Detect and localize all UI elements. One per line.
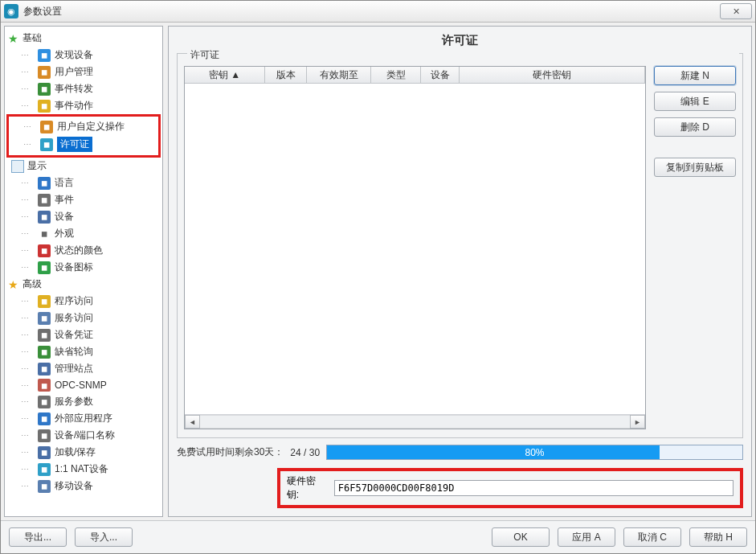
titlebar: ◉ 参数设置 ✕ — [1, 1, 755, 23]
scroll-left-icon[interactable]: ◄ — [185, 415, 200, 429]
sidebar-item-names[interactable]: ⋯◼设备/端口名称 — [6, 427, 161, 444]
sidebar-item-label: 程序访问 — [55, 294, 93, 308]
export-button[interactable]: 导出... — [9, 527, 67, 547]
scroll-right-icon[interactable]: ► — [630, 415, 645, 429]
tree-group-display[interactable]: 显示 — [6, 158, 161, 174]
sidebar-item-label: 服务参数 — [55, 395, 93, 408]
tree-group-advanced[interactable]: 高级 — [6, 276, 161, 293]
sidebar-item-poll[interactable]: ⋯◼缺省轮询 — [6, 343, 161, 360]
copy-button[interactable]: 复制到剪贴板 — [654, 158, 736, 177]
sidebar-item-credentials[interactable]: ⋯◼设备凭证 — [6, 326, 161, 343]
table-hscroll[interactable]: ◄ ► — [185, 414, 645, 429]
trial-value: 24 / 30 — [290, 447, 320, 458]
sites-icon: ◼ — [38, 363, 51, 375]
tree-connector-icon: ⋯ — [23, 140, 36, 149]
sidebar-item-colors[interactable]: ⋯◼状态的颜色 — [6, 242, 161, 259]
new-button[interactable]: 新建 N — [654, 66, 736, 85]
apply-button[interactable]: 应用 A — [558, 527, 615, 547]
license-table[interactable]: 密钥 ▲ 版本 有效期至 类型 设备 硬件密钥 ◄ ► — [184, 66, 646, 429]
table-header: 密钥 ▲ 版本 有效期至 类型 设备 硬件密钥 — [185, 67, 645, 84]
sidebar-item-mobile[interactable]: ⋯◼移动设备 — [6, 478, 161, 494]
sidebar-item-label: 外部应用程序 — [55, 412, 112, 425]
sidebar-item-appearance[interactable]: ⋯◼外观 — [6, 225, 161, 242]
col-version[interactable]: 版本 — [265, 67, 307, 83]
device-icons-icon: ◼ — [38, 261, 51, 274]
cancel-button[interactable]: 取消 C — [623, 527, 681, 547]
globe-icon: ◼ — [38, 177, 51, 190]
sidebar-item-label: 许可证 — [57, 137, 92, 152]
sidebar[interactable]: 基础 ⋯◼发现设备⋯◼用户管理⋯◼事件转发⋯◼事件动作⋯◼用户自定义操作⋯◼许可… — [4, 26, 163, 517]
sidebar-item-program-access[interactable]: ⋯◼程序访问 — [6, 293, 161, 310]
tree-connector-icon: ⋯ — [21, 465, 34, 474]
settings-window: ◉ 参数设置 ✕ 基础 ⋯◼发现设备⋯◼用户管理⋯◼事件转发⋯◼事件动作⋯◼用户… — [0, 0, 756, 554]
col-expiry[interactable]: 有效期至 — [307, 67, 371, 83]
side-buttons: 新建 N 编辑 E 删除 D 复制到剪贴板 — [654, 66, 736, 429]
sidebar-item-opc-snmp[interactable]: ⋯◼OPC-SNMP — [6, 377, 161, 393]
sidebar-item-forward[interactable]: ⋯◼事件转发 — [6, 80, 161, 97]
help-button[interactable]: 帮助 H — [689, 527, 747, 547]
sidebar-item-label: 服务访问 — [55, 311, 93, 325]
sidebar-item-bell[interactable]: ⋯◼事件动作 — [6, 97, 161, 114]
sidebar-item-magnifier[interactable]: ⋯◼发现设备 — [6, 47, 161, 64]
sidebar-item-sites[interactable]: ⋯◼管理站点 — [6, 360, 161, 377]
sidebar-item-devices-icon[interactable]: ⋯◼设备图标 — [6, 259, 161, 276]
hwkey-highlight: 硬件密钥: — [277, 468, 743, 508]
sidebar-item-label: 事件 — [55, 193, 74, 207]
appearance-icon: ◼ — [38, 228, 51, 240]
progress-text: 80% — [327, 445, 742, 459]
sidebar-item-label: 事件转发 — [55, 82, 93, 96]
close-icon: ✕ — [733, 6, 740, 17]
window-title: 参数设置 — [23, 5, 720, 18]
tree-connector-icon: ⋯ — [21, 297, 34, 306]
groupbox-title: 许可证 — [187, 48, 739, 62]
sidebar-item-event[interactable]: ⋯◼事件 — [6, 191, 161, 208]
delete-button[interactable]: 删除 D — [654, 117, 736, 137]
forward-icon: ◼ — [38, 83, 51, 96]
col-hwkey[interactable]: 硬件密钥 — [460, 67, 645, 83]
hwkey-label: 硬件密钥: — [287, 474, 326, 502]
load-save-icon: ◼ — [38, 446, 51, 459]
tree-connector-icon: ⋯ — [21, 482, 34, 490]
hwkey-input[interactable] — [334, 480, 734, 496]
body-area: 基础 ⋯◼发现设备⋯◼用户管理⋯◼事件转发⋯◼事件动作⋯◼用户自定义操作⋯◼许可… — [1, 23, 755, 520]
nav-tree: 基础 ⋯◼发现设备⋯◼用户管理⋯◼事件转发⋯◼事件动作⋯◼用户自定义操作⋯◼许可… — [5, 27, 162, 498]
ok-button[interactable]: OK — [492, 527, 550, 547]
mobile-icon: ◼ — [38, 480, 51, 493]
sidebar-item-ext-app[interactable]: ⋯◼外部应用程序 — [6, 410, 161, 427]
user-icon: ◼ — [38, 66, 51, 79]
sidebar-item-user-action[interactable]: ⋯◼用户自定义操作 — [9, 118, 158, 135]
names-icon: ◼ — [38, 429, 51, 442]
sidebar-item-user[interactable]: ⋯◼用户管理 — [6, 64, 161, 80]
tree-connector-icon: ⋯ — [21, 68, 34, 76]
license-icon: ◼ — [40, 138, 53, 151]
sidebar-item-load-save[interactable]: ⋯◼加载/保存 — [6, 444, 161, 461]
close-button[interactable]: ✕ — [720, 3, 752, 19]
col-key[interactable]: 密钥 ▲ — [185, 67, 265, 83]
sidebar-item-license[interactable]: ⋯◼许可证 — [9, 135, 158, 154]
sidebar-item-device[interactable]: ⋯◼设备 — [6, 208, 161, 225]
sidebar-highlight: ⋯◼用户自定义操作⋯◼许可证 — [6, 114, 161, 158]
credentials-icon: ◼ — [38, 329, 51, 342]
sidebar-item-nat[interactable]: ⋯◼1:1 NAT设备 — [6, 461, 161, 478]
tree-group-basic[interactable]: 基础 — [6, 30, 161, 47]
form-icon — [11, 160, 24, 173]
tree-connector-icon: ⋯ — [21, 381, 34, 390]
tree-group-advanced-label: 高级 — [22, 277, 42, 291]
table-body — [185, 84, 645, 414]
sidebar-item-label: 1:1 NAT设备 — [55, 462, 108, 476]
col-device[interactable]: 设备 — [421, 67, 460, 83]
ext-app-icon: ◼ — [38, 412, 51, 425]
tree-connector-icon: ⋯ — [21, 448, 34, 457]
colors-icon: ◼ — [38, 244, 51, 257]
sidebar-item-label: 用户自定义操作 — [57, 120, 125, 133]
import-button[interactable]: 导入... — [75, 527, 133, 547]
tree-group-basic-label: 基础 — [22, 31, 42, 45]
tree-connector-icon: ⋯ — [21, 397, 34, 406]
col-type[interactable]: 类型 — [371, 67, 421, 83]
sidebar-item-label: 外观 — [55, 227, 74, 240]
scroll-track[interactable] — [200, 415, 630, 429]
sidebar-item-service-access[interactable]: ⋯◼服务访问 — [6, 310, 161, 326]
edit-button[interactable]: 编辑 E — [654, 92, 736, 111]
sidebar-item-globe[interactable]: ⋯◼语言 — [6, 174, 161, 191]
sidebar-item-service-params[interactable]: ⋯◼服务参数 — [6, 393, 161, 410]
